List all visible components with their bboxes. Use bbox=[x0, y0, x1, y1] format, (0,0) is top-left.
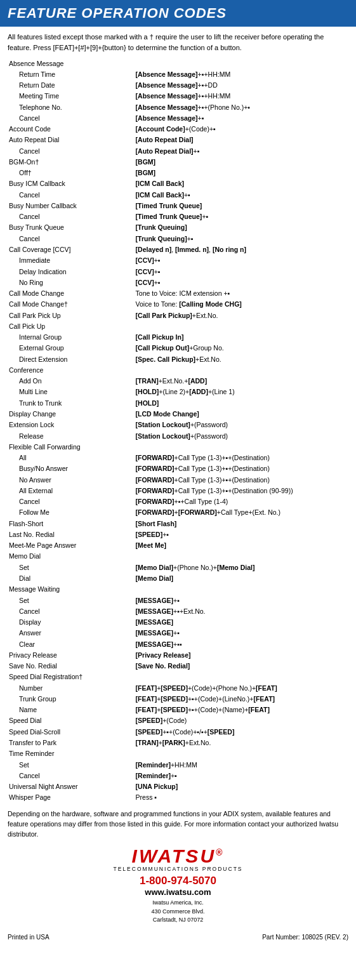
feature-name-cell: Account Code bbox=[8, 124, 135, 135]
brand-name: IWATSU® bbox=[132, 845, 225, 866]
feature-name-cell: Save No. Redial bbox=[8, 661, 135, 672]
feature-name-cell: Universal Night Answer bbox=[8, 781, 135, 792]
table-row: Time Reminder bbox=[8, 748, 348, 759]
feature-name-cell: All bbox=[8, 453, 135, 463]
table-row: Whisper PagePress ▪ bbox=[8, 792, 348, 803]
table-row: Set[MESSAGE]+▪ bbox=[8, 595, 348, 606]
table-row: Call Pick Up bbox=[8, 321, 348, 331]
feature-name-cell: Time Reminder bbox=[8, 748, 135, 759]
feature-code-cell: [Absence Message]+▪+(Phone No.)+▪ bbox=[135, 102, 348, 112]
feature-code-cell: [Save No. Redial] bbox=[135, 661, 348, 672]
feature-code-cell: [Station Lockout]+(Password) bbox=[135, 430, 348, 441]
feature-code-cell: [Call Pickup In] bbox=[135, 332, 348, 343]
feature-name-cell: Meeting Time bbox=[8, 91, 135, 102]
feature-name-cell: Telephone No. bbox=[8, 102, 135, 112]
table-row: Follow Me[FORWARD]+[FORWARD]+Call Type+(… bbox=[8, 507, 348, 518]
header: FEATURE OPERATION CODES bbox=[0, 0, 356, 27]
feature-name-cell: Busy Trunk Queue bbox=[8, 222, 135, 233]
feature-name-cell: Number bbox=[8, 682, 135, 693]
feature-name-cell: BGM-On† bbox=[8, 156, 135, 167]
brand-company: Iwatsu America, Inc. 430 Commerce Blvd. … bbox=[8, 899, 348, 925]
table-row: Multi Line[HOLD]+(Line 2)+[ADD]+(Line 1) bbox=[8, 387, 348, 397]
table-row: Speed Dial-Scroll[SPEED]+▪+(Code)+▪/▪+[S… bbox=[8, 726, 348, 737]
table-row: Universal Night Answer[UNA Pickup] bbox=[8, 781, 348, 792]
feature-code-cell: [Call Pickup Out]+Group No. bbox=[135, 343, 348, 354]
table-row: All External[FORWARD]+Call Type (1-3)+▪+… bbox=[8, 485, 348, 496]
feature-name-cell: Cancel bbox=[8, 211, 135, 222]
feature-name-cell: Last No. Redial bbox=[8, 529, 135, 540]
feature-code-cell: [Auto Repeat Dial]+▪ bbox=[135, 145, 348, 156]
feature-code-cell: [MESSAGE] bbox=[135, 617, 348, 628]
feature-name-cell: Internal Group bbox=[8, 332, 135, 343]
table-row: Return Date[Absence Message]+▪+DD bbox=[8, 80, 348, 91]
feature-code-cell: [FORWARD]+Call Type (1-3)+▪+(Destination… bbox=[135, 474, 348, 485]
brand-section: IWATSU® TELECOMMUNICATIONS PRODUCTS 1-80… bbox=[0, 842, 356, 927]
table-row: Display Change[LCD Mode Change] bbox=[8, 409, 348, 420]
feature-name-cell: Name bbox=[8, 705, 135, 715]
table-row: Meeting Time[Absence Message]+▪+HH:MM bbox=[8, 91, 348, 102]
feature-code-cell bbox=[135, 584, 348, 595]
feature-code-cell bbox=[135, 321, 348, 331]
feature-code-cell bbox=[135, 748, 348, 759]
feature-name-cell: Busy ICM Callback bbox=[8, 178, 135, 189]
feature-name-cell: Dial bbox=[8, 573, 135, 583]
feature-code-cell: [ICM Call Back]+▪ bbox=[135, 189, 348, 200]
feature-code-cell bbox=[135, 58, 348, 69]
feature-name-cell: Call Coverage [CCV] bbox=[8, 244, 135, 255]
footer-right: Part Number: 108025 (REV. 2) bbox=[262, 934, 348, 941]
feature-name-cell: External Group bbox=[8, 343, 135, 354]
feature-code-cell: [Reminder]+HH:MM bbox=[135, 759, 348, 770]
page-title: FEATURE OPERATION CODES bbox=[8, 5, 348, 22]
table-row: Flash-Short[Short Flash] bbox=[8, 518, 348, 529]
feature-name-cell: Add On bbox=[8, 376, 135, 387]
feature-code-cell: Tone to Voice: ICM extension +▪ bbox=[135, 288, 348, 299]
table-row: Cancel[Auto Repeat Dial]+▪ bbox=[8, 145, 348, 156]
table-row: Speed Dial[SPEED]+(Code) bbox=[8, 715, 348, 726]
table-row: Absence Message bbox=[8, 58, 348, 69]
feature-name-cell: No Answer bbox=[8, 474, 135, 485]
feature-code-cell bbox=[135, 672, 348, 682]
feature-name-cell: Set bbox=[8, 759, 135, 770]
feature-name-cell: Immediate bbox=[8, 255, 135, 266]
feature-code-cell: [Memo Dial] bbox=[135, 573, 348, 583]
table-row: Busy ICM Callback[ICM Call Back] bbox=[8, 178, 348, 189]
feature-code-cell: [TRAN]+[PARK]+Ext.No. bbox=[135, 737, 348, 748]
feature-table: Absence MessageReturn Time[Absence Messa… bbox=[8, 58, 348, 803]
table-row: Busy Number Callback[Timed Trunk Queue] bbox=[8, 200, 348, 211]
table-row: Call Mode ChangeTone to Voice: ICM exten… bbox=[8, 288, 348, 299]
table-row: Cancel[MESSAGE]+▪+Ext.No. bbox=[8, 606, 348, 616]
brand-website: www.iwatsu.com bbox=[8, 887, 348, 897]
feature-code-cell: [SPEED]+▪ bbox=[135, 529, 348, 540]
feature-code-cell: [Spec. Call Pickup]+Ext.No. bbox=[135, 354, 348, 364]
table-row: Cancel[Absence Message]+▪ bbox=[8, 112, 348, 123]
feature-name-cell: All External bbox=[8, 485, 135, 496]
feature-code-cell: [CCV]+▪ bbox=[135, 266, 348, 277]
table-row: Dial[Memo Dial] bbox=[8, 573, 348, 583]
feature-name-cell: Off† bbox=[8, 168, 135, 178]
feature-code-cell: [Auto Repeat Dial] bbox=[135, 135, 348, 145]
feature-code-cell: [TRAN]+Ext.No.+[ADD] bbox=[135, 376, 348, 387]
table-row: External Group[Call Pickup Out]+Group No… bbox=[8, 343, 348, 354]
feature-code-cell: [Account Code]+(Code)+▪ bbox=[135, 124, 348, 135]
table-row: Call Park Pick Up[Call Park Pickup]+Ext.… bbox=[8, 310, 348, 321]
feature-name-cell: Flash-Short bbox=[8, 518, 135, 529]
feature-code-cell: [FORWARD]+Call Type (1-3)+▪+(Destination… bbox=[135, 485, 348, 496]
feature-code-cell: [Memo Dial]+(Phone No.)+[Memo Dial] bbox=[135, 562, 348, 573]
feature-name-cell: Cancel bbox=[8, 233, 135, 244]
feature-code-cell: [ICM Call Back] bbox=[135, 178, 348, 189]
feature-code-cell: [FEAT]+[SPEED]+▪+(Code)+(LineNo.)+[FEAT] bbox=[135, 693, 348, 704]
table-row: Extension Lock[Station Lockout]+(Passwor… bbox=[8, 420, 348, 430]
feature-code-cell: [SPEED]+(Code) bbox=[135, 715, 348, 726]
feature-name-cell: Memo Dial bbox=[8, 551, 135, 562]
table-row: Internal Group[Call Pickup In] bbox=[8, 332, 348, 343]
table-row: Memo Dial bbox=[8, 551, 348, 562]
table-row: All[FORWARD]+Call Type (1-3)+▪+(Destinat… bbox=[8, 453, 348, 463]
feature-name-cell: Return Date bbox=[8, 80, 135, 91]
feature-code-cell: [MESSAGE]+▪+Ext.No. bbox=[135, 606, 348, 616]
feature-code-cell: [BGM] bbox=[135, 168, 348, 178]
feature-code-cell: [Delayed n], [Immed. n], [No ring n] bbox=[135, 244, 348, 255]
table-row: Answer[MESSAGE]+▪ bbox=[8, 628, 348, 639]
table-row: Immediate[CCV]+▪ bbox=[8, 255, 348, 266]
table-row: Cancel[Reminder]+▪ bbox=[8, 770, 348, 781]
table-row: Number[FEAT]+[SPEED]+(Code)+(Phone No.)+… bbox=[8, 682, 348, 693]
